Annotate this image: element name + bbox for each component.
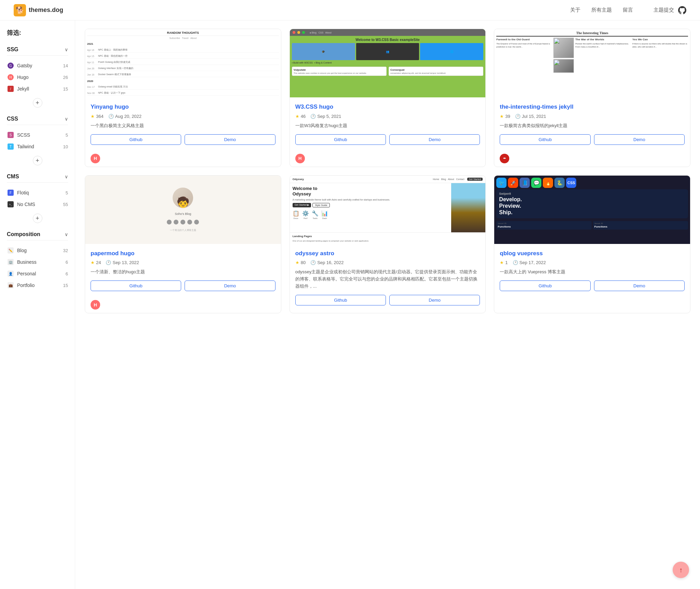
- filter-blog[interactable]: ✏️ Blog 32: [7, 245, 68, 256]
- cms-section: CMS ∨ F Flotiq 5 >_ No CMS 55 +: [7, 171, 68, 223]
- w3css-footer: H: [290, 150, 486, 167]
- ssg-chevron: ∨: [65, 47, 68, 52]
- yinyang-tag: H: [91, 154, 100, 163]
- card-meta-yinyang: ★ 364 🕐 Aug 20, 2022: [91, 114, 275, 119]
- w3css-tag: H: [295, 154, 305, 163]
- filter-hugo[interactable]: H Hugo 26: [7, 71, 68, 83]
- nocms-icon: >_: [7, 201, 14, 208]
- cms-add-button[interactable]: +: [33, 214, 42, 223]
- yinyang-date: 🕐 Aug 20, 2022: [108, 114, 142, 119]
- yinyang-github-button[interactable]: Github: [91, 134, 181, 145]
- filter-personal[interactable]: 👤 Personal 6: [7, 268, 68, 279]
- css-chevron: ∨: [65, 116, 68, 122]
- times-demo-button[interactable]: Demo: [594, 134, 685, 145]
- card-meta-qblog: ★ 1 🕐 Sep 17, 2022: [500, 260, 685, 265]
- yinyang-demo-button[interactable]: Demo: [185, 134, 275, 145]
- card-title-yinyang: Yinyang hugo: [91, 103, 275, 111]
- card-interesting-times[interactable]: The Interesting Times Farewell to the Ol…: [494, 29, 690, 167]
- ssg-title: SSG: [7, 46, 18, 53]
- odyssey-github-button[interactable]: Github: [295, 295, 386, 305]
- card-body-w3css: W3.CSS hugo ★ 46 🕐 Sep 5, 2021 一款W3风格复古h…: [290, 97, 486, 150]
- filter-gatsby[interactable]: G Gatsby 14: [7, 60, 68, 71]
- hugo-icon: H: [7, 73, 14, 81]
- filter-portfolio[interactable]: 💼 Portfolio 15: [7, 279, 68, 291]
- blog-icon: ✏️: [7, 247, 14, 254]
- card-w3css-hugo[interactable]: ● Blog CSS About Welcome to W3.CSS Basic…: [290, 29, 486, 167]
- css-add-button[interactable]: +: [33, 156, 42, 165]
- odyssey-demo-button[interactable]: Demo: [389, 295, 480, 305]
- hugo-count: 26: [63, 75, 68, 80]
- personal-count: 6: [66, 271, 68, 276]
- qblog-demo-button[interactable]: Demo: [594, 280, 685, 291]
- times-footer: ✒: [494, 150, 690, 167]
- nav-messages[interactable]: 留言: [623, 7, 633, 13]
- card-meta-odyssey: ★ 80 🕐 Sep 16, 2022: [295, 260, 480, 265]
- portfolio-left: 💼 Portfolio: [7, 282, 35, 289]
- jekyll-left: / Jekyll: [7, 85, 29, 93]
- papermod-demo-button[interactable]: Demo: [185, 280, 275, 291]
- qblog-github-button[interactable]: Github: [500, 280, 590, 291]
- yinyang-stars: ★ 364: [91, 114, 104, 119]
- cms-section-header[interactable]: CMS ∨: [7, 171, 68, 183]
- portfolio-icon: 💼: [7, 282, 14, 289]
- logo[interactable]: 🐕 themes.dog: [14, 4, 63, 16]
- ssg-section-header[interactable]: SSG ∨: [7, 44, 68, 56]
- gatsby-count: 14: [63, 63, 68, 68]
- card-body-yinyang: Yinyang hugo ★ 364 🕐 Aug 20, 2022 一个黑白极简…: [85, 97, 281, 150]
- nocms-left: >_ No CMS: [7, 201, 35, 208]
- jekyll-count: 15: [63, 86, 68, 92]
- papermod-github-button[interactable]: Github: [91, 280, 181, 291]
- filter-scss[interactable]: S SCSS 5: [7, 129, 68, 141]
- card-body-odyssey: odyssey astro ★ 80 🕐 Sep 16, 2022 odysse…: [290, 244, 486, 311]
- nav-about[interactable]: 关于: [570, 7, 580, 13]
- filter-tailwind[interactable]: T Tailwind 10: [7, 141, 68, 152]
- header: 🐕 themes.dog 关于 所有主题 留言 主题提交: [0, 0, 700, 20]
- odyssey-date: 🕐 Sep 16, 2022: [310, 260, 344, 265]
- css-section-header[interactable]: CSS ∨: [7, 113, 68, 125]
- card-qblog-vuepress[interactable]: 🐦 🚀 📘 💬 🔥 🐍 CSS Swiper8 Develop.Preview.…: [494, 175, 690, 314]
- filter-flotiq[interactable]: F Flotiq 5: [7, 187, 68, 198]
- card-preview-times: The Interesting Times Farewell to the Ol…: [494, 29, 690, 97]
- papermod-date: 🕐 Sep 13, 2022: [106, 260, 139, 265]
- w3css-demo-button[interactable]: Demo: [389, 134, 480, 145]
- gatsby-left: G Gatsby: [7, 62, 32, 69]
- ssg-section: SSG ∨ G Gatsby 14 H Hugo 26 /: [7, 44, 68, 108]
- flotiq-icon: F: [7, 189, 14, 196]
- blog-label: Blog: [17, 248, 27, 253]
- star-icon: ★: [91, 114, 95, 119]
- yinyang-desc: 一个黑白极简主义风格主题: [91, 122, 275, 129]
- card-odyssey-astro[interactable]: Odyssey Home Blog About Contact Get Star…: [290, 175, 486, 314]
- papermod-actions: Github Demo: [91, 280, 275, 291]
- jekyll-icon: /: [7, 85, 14, 93]
- composition-title: Composition: [7, 231, 40, 237]
- tailwind-icon: T: [7, 143, 14, 150]
- card-preview-yinyang: RANDOM THOUGHTS Subscribe Travel About 2…: [85, 29, 281, 97]
- submit-theme-link[interactable]: 主题提交: [654, 7, 674, 13]
- card-body-qblog: qblog vuepress ★ 1 🕐 Sep 17, 2022 一款高大上的…: [494, 244, 690, 297]
- tailwind-label: Tailwind: [17, 144, 34, 149]
- back-to-top-button[interactable]: ↑: [673, 562, 689, 578]
- filter-nocms[interactable]: >_ No CMS 55: [7, 198, 68, 210]
- card-title-w3css: W3.CSS hugo: [295, 103, 480, 111]
- card-papermod-hugo[interactable]: 🧒 Soho's Blog 一个简洁的个人博客主题: [85, 175, 281, 314]
- times-date: 🕐 Jul 15, 2021: [515, 114, 546, 119]
- nav-all-themes[interactable]: 所有主题: [591, 7, 612, 13]
- ssg-add-button[interactable]: +: [33, 98, 42, 108]
- composition-section-header[interactable]: Composition ∨: [7, 229, 68, 241]
- odyssey-desc: odyssey主题是企业或初创公司营销网站的现代主题/启动器。它提供登录页面示例…: [295, 269, 480, 290]
- card-preview-papermod: 🧒 Soho's Blog 一个简洁的个人博客主题: [85, 176, 281, 244]
- w3css-date: 🕐 Sep 5, 2021: [310, 114, 341, 119]
- card-yinyang-hugo[interactable]: RANDOM THOUGHTS Subscribe Travel About 2…: [85, 29, 281, 167]
- times-github-button[interactable]: Github: [500, 134, 590, 145]
- gatsby-label: Gatsby: [17, 63, 32, 68]
- w3css-github-button[interactable]: Github: [295, 134, 386, 145]
- blog-left: ✏️ Blog: [7, 247, 27, 254]
- gatsby-icon: G: [7, 62, 14, 69]
- filter-business[interactable]: 🏢 Business 6: [7, 256, 68, 268]
- cms-chevron: ∨: [65, 174, 68, 179]
- filter-jekyll[interactable]: / Jekyll 15: [7, 83, 68, 95]
- times-stars: ★ 39: [500, 114, 510, 119]
- card-meta-papermod: ★ 24 🕐 Sep 13, 2022: [91, 260, 275, 265]
- portfolio-count: 15: [63, 283, 68, 288]
- github-icon[interactable]: [678, 6, 686, 14]
